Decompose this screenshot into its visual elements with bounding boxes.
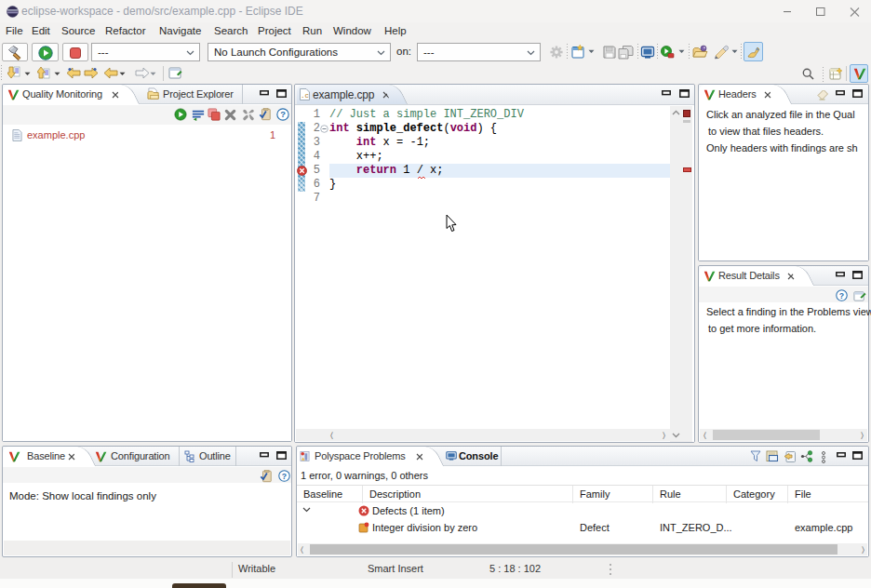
svg-text:?: ?: [280, 110, 286, 119]
svg-text:?: ?: [839, 291, 844, 301]
svg-text:?: ?: [282, 472, 287, 481]
svg-text:.c: .c: [301, 92, 309, 100]
